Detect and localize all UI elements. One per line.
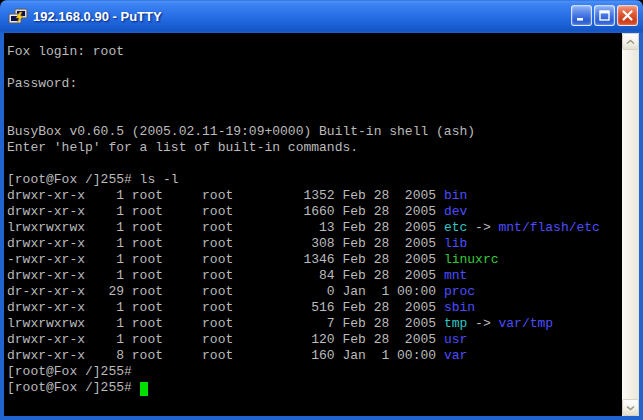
- window-controls: [571, 5, 638, 26]
- titlebar[interactable]: 192.168.0.90 - PuTTY: [4, 0, 639, 33]
- terminal-line: [7, 156, 622, 172]
- terminal-line: lrwxrwxrwx 1 root root 7 Feb 28 2005 tmp…: [7, 316, 622, 332]
- putty-window: 192.168.0.90 - PuTTY Fox login: rootPas: [0, 0, 643, 420]
- terminal-line: -rwxr-xr-x 1 root root 1346 Feb 28 2005 …: [7, 252, 622, 268]
- terminal-line: Enter 'help' for a list of built-in comm…: [7, 140, 622, 156]
- scrollbar[interactable]: [622, 33, 639, 416]
- terminal-line: drwxr-xr-x 1 root root 120 Feb 28 2005 u…: [7, 332, 622, 348]
- terminal-cursor: [140, 382, 148, 396]
- maximize-button[interactable]: [594, 5, 615, 26]
- scroll-down-button[interactable]: [622, 399, 639, 416]
- window-title: 192.168.0.90 - PuTTY: [33, 9, 571, 24]
- terminal-line: drwxr-xr-x 1 root root 1660 Feb 28 2005 …: [7, 204, 622, 220]
- scroll-up-button[interactable]: [622, 33, 639, 50]
- terminal-line: Fox login: root: [7, 44, 622, 60]
- putty-icon[interactable]: [7, 6, 29, 28]
- minimize-button[interactable]: [571, 5, 592, 26]
- terminal-line: lrwxrwxrwx 1 root root 13 Feb 28 2005 et…: [7, 220, 622, 236]
- terminal-line: drwxr-xr-x 1 root root 516 Feb 28 2005 s…: [7, 300, 622, 316]
- terminal-line: Password:: [7, 76, 622, 92]
- terminal-line: dr-xr-xr-x 29 root root 0 Jan 1 00:00 pr…: [7, 284, 622, 300]
- terminal-line: BusyBox v0.60.5 (2005.02.11-19:09+0000) …: [7, 124, 622, 140]
- chevron-down-icon: [626, 405, 635, 411]
- terminal-line: drwxr-xr-x 1 root root 1352 Feb 28 2005 …: [7, 188, 622, 204]
- terminal-line: [7, 108, 622, 124]
- terminal-line: drwxr-xr-x 8 root root 160 Jan 1 00:00 v…: [7, 348, 622, 364]
- terminal-line: [root@Fox /]255#: [7, 380, 622, 396]
- maximize-icon: [598, 9, 611, 22]
- terminal-line: drwxr-xr-x 1 root root 84 Feb 28 2005 mn…: [7, 268, 622, 284]
- chevron-up-icon: [626, 39, 635, 45]
- close-button[interactable]: [617, 5, 638, 26]
- terminal-screen[interactable]: Fox login: rootPassword:BusyBox v0.60.5 …: [4, 33, 622, 416]
- window-client-area: Fox login: rootPassword:BusyBox v0.60.5 …: [4, 33, 639, 416]
- terminal-line: [root@Fox /]255# ls -l: [7, 172, 622, 188]
- terminal-line: drwxr-xr-x 1 root root 308 Feb 28 2005 l…: [7, 236, 622, 252]
- minimize-icon: [575, 9, 588, 22]
- terminal-line: [7, 92, 622, 108]
- terminal-line: [7, 60, 622, 76]
- terminal-line: [root@Fox /]255#: [7, 364, 622, 380]
- close-icon: [621, 9, 634, 22]
